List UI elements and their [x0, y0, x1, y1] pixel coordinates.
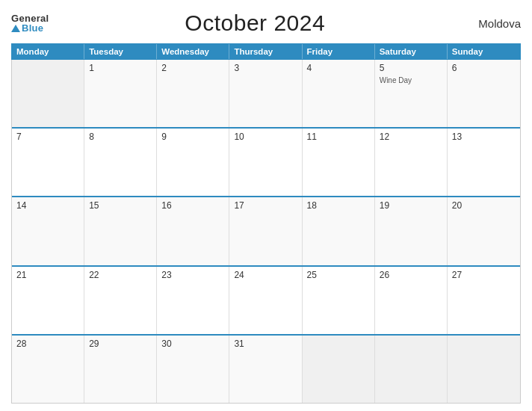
logo-triangle-icon: [11, 25, 20, 32]
day-cell-w1-sat: 5 Wine Day: [375, 60, 448, 127]
day-cell-w4-fri: 25: [303, 267, 375, 334]
day-cell-w5-sun: [448, 336, 520, 403]
day-cell-w5-thu: 31: [229, 336, 302, 403]
country-name: Moldova: [461, 17, 521, 30]
day-cell-w1-mon: [12, 60, 84, 127]
calendar: Monday Tuesday Wednesday Thursday Friday…: [11, 43, 521, 404]
day-cell-w2-sat: 12: [375, 129, 448, 196]
logo-blue-text: Blue: [11, 23, 49, 33]
header-monday: Monday: [12, 44, 84, 59]
day-cell-w5-sat: [375, 336, 448, 403]
week-row-5: 28 29 30 31: [12, 336, 520, 403]
day-cell-w2-wed: 9: [157, 129, 229, 196]
calendar-title: October 2024: [49, 10, 461, 36]
day-cell-w1-sun: 6: [448, 60, 520, 127]
days-header: Monday Tuesday Wednesday Thursday Friday…: [11, 43, 521, 60]
header-saturday: Saturday: [375, 44, 448, 59]
day-cell-w2-tue: 8: [84, 129, 157, 196]
day-cell-w3-sat: 19: [375, 197, 448, 265]
day-cell-w4-sun: 27: [448, 267, 520, 334]
day-cell-w3-thu: 17: [229, 197, 302, 265]
day-cell-w1-fri: 4: [303, 60, 375, 127]
day-cell-w5-mon: 28: [12, 336, 84, 403]
day-cell-w2-thu: 10: [229, 129, 302, 196]
day-cell-w3-mon: 14: [12, 197, 84, 265]
day-cell-w3-fri: 18: [303, 197, 375, 265]
logo: General Blue: [11, 13, 49, 33]
day-cell-w2-mon: 7: [12, 129, 84, 196]
week-row-2: 7 8 9 10 11 12 13: [12, 129, 520, 197]
header-wednesday: Wednesday: [157, 44, 229, 59]
header-thursday: Thursday: [229, 44, 302, 59]
day-cell-w1-thu: 3: [229, 60, 302, 127]
day-cell-w4-mon: 21: [12, 267, 84, 334]
day-cell-w1-wed: 2: [157, 60, 229, 127]
day-cell-w3-tue: 15: [84, 197, 157, 265]
header: General Blue October 2024 Moldova: [11, 7, 521, 39]
day-cell-w1-tue: 1: [84, 60, 157, 127]
day-cell-w4-wed: 23: [157, 267, 229, 334]
day-cell-w4-tue: 22: [84, 267, 157, 334]
day-cell-w2-fri: 11: [303, 129, 375, 196]
day-cell-w2-sun: 13: [448, 129, 520, 196]
header-sunday: Sunday: [448, 44, 520, 59]
header-friday: Friday: [303, 44, 375, 59]
week-row-4: 21 22 23 24 25 26 27: [12, 267, 520, 336]
weeks-container: 1 2 3 4 5 Wine Day 6 7 8 9 10 11 12 13: [11, 60, 521, 404]
day-cell-w3-sun: 20: [448, 197, 520, 265]
week-row-1: 1 2 3 4 5 Wine Day 6: [12, 60, 520, 129]
week-row-3: 14 15 16 17 18 19 20: [12, 197, 520, 266]
day-cell-w5-tue: 29: [84, 336, 157, 403]
header-tuesday: Tuesday: [84, 44, 157, 59]
day-cell-w4-sat: 26: [375, 267, 448, 334]
day-cell-w5-wed: 30: [157, 336, 229, 403]
day-cell-w4-thu: 24: [229, 267, 302, 334]
page: General Blue October 2024 Moldova Monday…: [0, 0, 532, 411]
day-cell-w5-fri: [303, 336, 375, 403]
day-cell-w3-wed: 16: [157, 197, 229, 265]
